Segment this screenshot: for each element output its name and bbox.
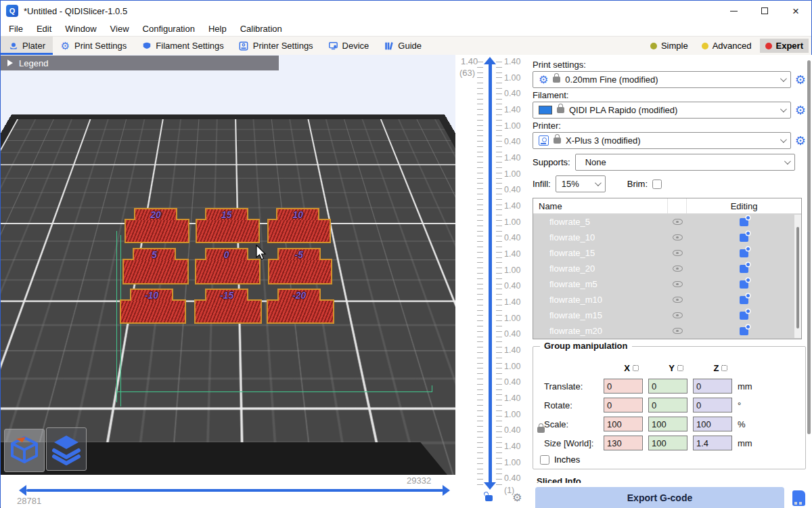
rotate-z-input[interactable]: 0 bbox=[693, 398, 732, 412]
export-to-sd-button[interactable] bbox=[784, 487, 812, 508]
tab-filament-settings[interactable]: Filament Settings bbox=[134, 37, 231, 55]
flowrate-patch[interactable]: 0 bbox=[195, 259, 261, 284]
edit-settings-icon[interactable] bbox=[740, 249, 748, 257]
flowrate-patch[interactable]: 10 bbox=[267, 219, 331, 243]
flowrate-patch[interactable]: -10 bbox=[120, 299, 186, 324]
visibility-column-header[interactable] bbox=[668, 198, 687, 213]
edit-settings-icon[interactable] bbox=[740, 296, 748, 304]
object-row[interactable]: flowrate_20 bbox=[533, 261, 801, 276]
editing-column-header[interactable]: Editing bbox=[687, 201, 801, 211]
translate-x-input[interactable]: 0 bbox=[604, 379, 643, 394]
tab-printer-settings[interactable]: Printer Settings bbox=[231, 37, 321, 55]
layer-tick-label: 0.40 bbox=[504, 474, 520, 483]
print-settings-edit-gear[interactable]: ⚙ bbox=[795, 74, 806, 86]
edit-settings-icon[interactable] bbox=[740, 280, 748, 289]
menu-help[interactable]: Help bbox=[202, 22, 233, 35]
printer-combo[interactable]: X-Plus 3 (modified) bbox=[533, 132, 791, 149]
object-row[interactable]: flowrate_5 bbox=[533, 214, 801, 230]
visibility-eye-icon[interactable] bbox=[673, 311, 683, 320]
print-settings-combo[interactable]: ⚙ 0.20mm Fine (modified) bbox=[533, 71, 791, 88]
supports-combo[interactable]: None bbox=[575, 154, 795, 171]
mode-expert[interactable]: Expert bbox=[760, 39, 809, 53]
visibility-eye-icon[interactable] bbox=[673, 217, 683, 226]
infill-combo[interactable]: 15% bbox=[556, 175, 606, 192]
sd-card-icon bbox=[792, 490, 805, 506]
edit-settings-icon[interactable] bbox=[740, 312, 748, 320]
tab-device[interactable]: Device bbox=[321, 37, 377, 55]
flowrate-patch[interactable]: -15 bbox=[194, 299, 262, 324]
export-gcode-button[interactable]: Export G-code bbox=[535, 487, 784, 508]
preview-layers-button[interactable] bbox=[46, 427, 87, 471]
editor-view-button[interactable] bbox=[4, 429, 45, 472]
visibility-eye-icon[interactable] bbox=[673, 249, 683, 257]
sizeworld-z-input[interactable]: 1.4 bbox=[693, 436, 732, 450]
mode-simple[interactable]: Simple bbox=[645, 39, 694, 53]
panel-scrollbar-thumb[interactable] bbox=[807, 60, 811, 434]
legend-header[interactable]: Legend bbox=[1, 56, 279, 70]
flowrate-patch[interactable]: 20 bbox=[125, 219, 189, 243]
mode-advanced[interactable]: Advanced bbox=[696, 39, 757, 53]
scale-z-input[interactable]: 100 bbox=[693, 417, 732, 431]
rotate-x-input[interactable]: 0 bbox=[604, 398, 643, 412]
sizeworld-y-input[interactable]: 100 bbox=[648, 436, 687, 450]
object-row[interactable]: flowrate_m10 bbox=[533, 292, 801, 308]
menu-file[interactable]: File bbox=[2, 22, 30, 35]
minimize-button[interactable] bbox=[718, 1, 749, 21]
tab-label: Filament Settings bbox=[156, 41, 223, 51]
edit-settings-icon[interactable] bbox=[740, 234, 748, 242]
object-row[interactable]: flowrate_10 bbox=[533, 230, 801, 245]
layer-slider-lock-icon[interactable] bbox=[485, 495, 493, 501]
menu-configuration[interactable]: Configuration bbox=[136, 22, 202, 35]
sizeworld-x-input[interactable]: 130 bbox=[604, 436, 643, 450]
visibility-eye-icon[interactable] bbox=[673, 280, 683, 289]
layer-slider-top-handle[interactable] bbox=[484, 57, 496, 64]
layer-slider-bottom-handle[interactable] bbox=[484, 482, 496, 490]
scale-x-input[interactable]: 100 bbox=[604, 417, 643, 431]
printer-preset-value: X-Plus 3 (modified) bbox=[566, 135, 775, 146]
rotate-y-input[interactable]: 0 bbox=[648, 398, 687, 412]
object-row[interactable]: flowrate_m15 bbox=[533, 308, 801, 323]
menu-edit[interactable]: Edit bbox=[30, 22, 58, 35]
translate-y-input[interactable]: 0 bbox=[648, 379, 687, 394]
flowrate-patch[interactable]: 5 bbox=[122, 259, 189, 284]
maximize-button[interactable] bbox=[749, 1, 780, 21]
layer-slider-track[interactable] bbox=[489, 64, 492, 484]
printer-edit-gear[interactable]: ⚙ bbox=[795, 135, 806, 147]
edit-settings-icon[interactable] bbox=[740, 218, 748, 226]
hslider-left-handle[interactable] bbox=[19, 485, 26, 496]
tab-print-settings[interactable]: ⚙ Print Settings bbox=[53, 37, 134, 55]
translate-z-input[interactable]: 0 bbox=[693, 379, 732, 394]
visibility-eye-icon[interactable] bbox=[673, 233, 683, 242]
hslider-track[interactable] bbox=[26, 489, 443, 492]
inches-checkbox[interactable] bbox=[540, 455, 549, 465]
close-button[interactable]: × bbox=[780, 1, 811, 21]
scale-y-input[interactable]: 100 bbox=[648, 417, 687, 431]
object-row[interactable]: flowrate_m20 bbox=[533, 323, 801, 339]
edit-settings-icon[interactable] bbox=[740, 265, 748, 273]
menu-window[interactable]: Window bbox=[58, 22, 103, 35]
minimize-icon bbox=[730, 11, 738, 12]
viewport-3d[interactable]: Legend 20151050-5-10-15-20 bbox=[1, 55, 455, 475]
menu-view[interactable]: View bbox=[104, 22, 136, 35]
chevron-down-icon bbox=[780, 136, 787, 143]
edit-settings-icon[interactable] bbox=[740, 327, 748, 335]
brim-checkbox[interactable] bbox=[652, 179, 662, 189]
tab-guide[interactable]: Guide bbox=[376, 37, 429, 55]
hslider-right-handle[interactable] bbox=[443, 485, 450, 496]
flowrate-patch[interactable]: 15 bbox=[196, 219, 260, 243]
visibility-eye-icon[interactable] bbox=[673, 264, 683, 273]
flowrate-patch[interactable]: -5 bbox=[268, 259, 332, 284]
visibility-eye-icon[interactable] bbox=[673, 326, 683, 335]
layer-slider-gear-icon[interactable]: ⚙ bbox=[512, 491, 522, 504]
flowrate-patch[interactable]: -20 bbox=[267, 299, 334, 324]
object-row[interactable]: flowrate_15 bbox=[533, 245, 801, 261]
filament-edit-gear[interactable]: ⚙ bbox=[795, 104, 806, 117]
name-column-header[interactable]: Name bbox=[533, 198, 668, 213]
list-scrollbar-thumb[interactable] bbox=[796, 227, 799, 329]
filament-combo[interactable]: QIDI PLA Rapido (modified) bbox=[533, 102, 791, 119]
visibility-eye-icon[interactable] bbox=[673, 295, 683, 304]
object-row[interactable]: flowrate_m5 bbox=[533, 276, 801, 292]
menu-calibration[interactable]: Calibration bbox=[233, 22, 289, 35]
uniform-scale-lock-icon[interactable] bbox=[537, 427, 545, 433]
tab-plater[interactable]: Plater bbox=[1, 37, 53, 55]
